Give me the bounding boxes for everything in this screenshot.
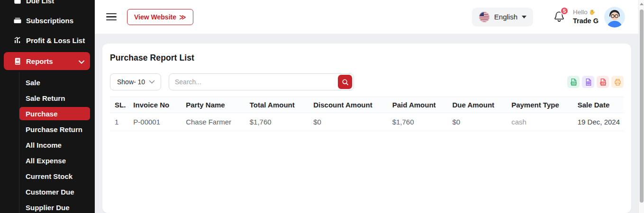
cell-sale-date: 19 Dec, 2024 [574,113,624,131]
svg-text:CSV: CSV [571,82,575,84]
submenu-item-all-expense[interactable]: All Expense [19,153,90,169]
cell-sl: 1 [110,113,129,131]
double-chevron-right-icon: ≫ [179,13,186,21]
cell-party-name: Chase Farmer [182,113,246,131]
scrollbar-thumb[interactable] [640,9,644,203]
col-header-due-amount: Due Amount [448,97,508,113]
sidebar-item-label: Reports [26,57,53,65]
view-website-label: View Website [134,13,176,21]
sidebar-item-label: Due List [26,0,54,5]
print-button[interactable] [611,76,624,88]
waving-hand-icon [589,9,595,16]
cell-due-amount: $0 [448,113,508,131]
bar-chart-icon [13,36,22,44]
submenu-item-all-income[interactable]: All Income [19,137,90,153]
export-csv-button[interactable]: CSV [567,76,580,88]
submenu-item-sale-return[interactable]: Sale Return [19,90,90,106]
caret-down-icon [522,16,526,18]
printer-icon [614,78,622,86]
reports-submenu: Sale Sale Return Purchase Purchase Retur… [19,72,95,213]
search-button[interactable] [338,75,352,89]
col-header-party-name: Party Name [182,97,246,113]
sidebar-item-profit-loss-list[interactable]: Profit & Loss List [0,30,95,50]
export-pdf-button[interactable]: PDF [597,76,609,88]
export-excel-button[interactable] [582,76,594,88]
sidebar-item-label: Subscriptions [26,17,73,25]
language-selector[interactable]: English [472,8,533,27]
col-header-total-amount: Total Amount [246,97,310,113]
chevron-down-icon [79,57,84,65]
chevron-down-icon [149,80,155,84]
user-avatar[interactable] [604,7,625,27]
search-icon [342,79,349,86]
col-header-paid-amount: Paid Amount [389,97,449,113]
subscriptions-icon [13,16,22,25]
cell-payment-type: cash [508,113,574,131]
content-area: Purchase Report List Show- 10 [95,34,638,213]
user-greeting: Hello Trade G [573,8,599,25]
submenu-item-current-stock[interactable]: Current Stock [19,169,90,184]
excel-file-icon [584,78,592,86]
cell-invoice-no: P-00001 [129,113,182,131]
cell-total-amount: $1,760 [246,113,310,131]
show-entries-select[interactable]: Show- 10 [110,73,161,90]
sidebar: Due List Subscriptions Profit & Loss Lis… [0,0,95,213]
col-header-invoice-no: Invoice No [129,97,182,113]
table-controls: Show- 10 [110,73,624,90]
main-area: View Website ≫ [95,0,638,213]
col-header-sale-date: Sale Date [574,97,624,113]
language-label: English [494,13,517,21]
sidebar-item-subscriptions[interactable]: Subscriptions [0,10,95,30]
topbar: View Website ≫ [95,0,638,34]
hamburger-menu-icon[interactable] [106,11,117,23]
sidebar-item-label: Profit & Loss List [26,36,85,44]
csv-file-icon: CSV [570,78,578,86]
purchase-report-card: Purchase Report List Show- 10 [102,44,631,213]
notifications-button[interactable]: 5 [553,10,565,24]
submenu-item-customer-due[interactable]: Customer Due [19,184,90,200]
view-website-button[interactable]: View Website ≫ [127,9,193,25]
sidebar-item-due-list[interactable]: Due List [0,0,95,10]
submenu-item-purchase[interactable]: Purchase [19,107,90,120]
user-name: Trade G [573,17,599,26]
table-header-row: SL. Invoice No Party Name Total Amount D… [110,97,624,113]
submenu-item-supplier-due[interactable]: Supplier Due [19,200,90,213]
us-flag-icon [479,11,490,23]
wallet-icon [13,0,22,5]
page-title: Purchase Report List [110,53,624,63]
submenu-item-purchase-return[interactable]: Purchase Return [19,122,90,137]
sidebar-item-reports[interactable]: Reports [4,52,90,70]
cell-paid-amount: $1,760 [389,113,449,131]
pdf-file-icon: PDF [599,78,607,86]
col-header-payment-type: Payment Type [508,97,574,113]
notification-count-badge: 5 [560,7,569,15]
search-field [169,73,354,90]
svg-text:PDF: PDF [601,82,605,84]
col-header-sl: SL. [110,97,129,113]
book-icon [13,57,22,65]
submenu-item-sale[interactable]: Sale [19,75,90,90]
search-input[interactable] [175,78,338,86]
purchase-report-table: SL. Invoice No Party Name Total Amount D… [110,97,624,131]
table-row[interactable]: 1 P-00001 Chase Farmer $1,760 $0 $1,760 … [110,113,624,131]
vertical-scrollbar[interactable] [638,0,644,213]
col-header-discount-amount: Discount Amount [309,97,388,113]
greeting-text: Hello [573,8,588,17]
show-entries-label: Show- 10 [117,78,145,86]
scrollbar-up-arrow[interactable] [640,3,644,5]
cell-discount-amount: $0 [309,113,388,131]
export-buttons: CSV [567,76,624,88]
